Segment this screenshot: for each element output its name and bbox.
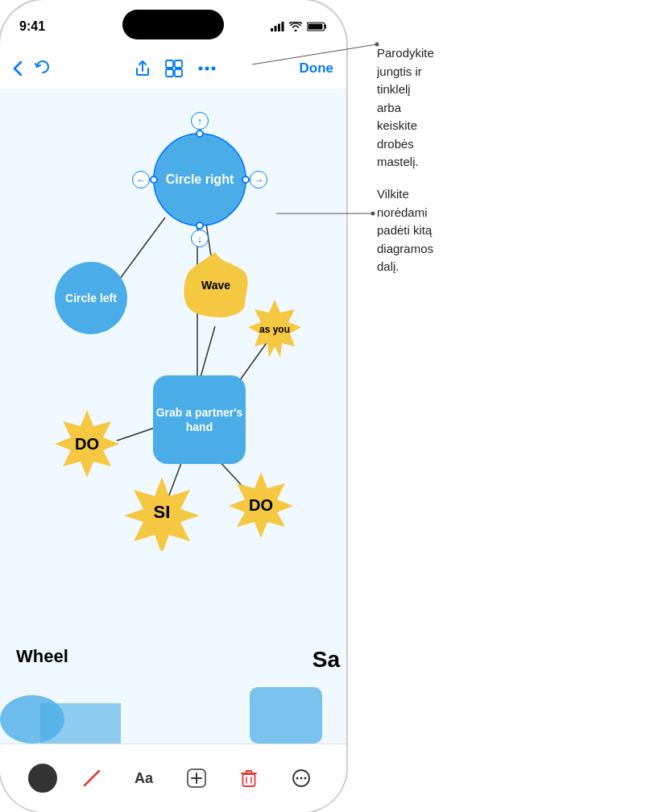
wave-node[interactable]: Wave <box>180 250 251 321</box>
dynamic-island <box>122 10 224 39</box>
svg-rect-1 <box>275 26 277 31</box>
bg-shape-3 <box>250 687 322 744</box>
svg-point-21 <box>296 777 298 780</box>
annotation-text-2: Vilkite norėdami padėti kitą diagramos d… <box>377 185 433 276</box>
circle-tool-button[interactable] <box>28 764 57 793</box>
do1-label: DO <box>75 435 99 454</box>
arrow-handle-right[interactable]: → <box>250 171 267 188</box>
connection-line <box>201 326 215 377</box>
svg-rect-8 <box>166 69 173 77</box>
as-you-label: as you <box>259 324 290 335</box>
arrow-handle-top[interactable]: ↑ <box>191 112 209 130</box>
handle-bottom[interactable] <box>196 222 204 230</box>
chevron-left-icon <box>13 60 23 77</box>
bottom-toolbar: Aa <box>0 744 346 812</box>
more-circle-icon <box>292 768 311 788</box>
circle-right-label: Circle right <box>166 172 234 187</box>
status-icons <box>271 22 327 31</box>
circle-right-node[interactable]: Circle right ↑ → ↓ ← <box>155 135 245 225</box>
slash-icon <box>82 768 101 788</box>
toolbar: Done <box>0 48 346 89</box>
do1-node[interactable]: DO <box>50 407 124 481</box>
handle-left[interactable] <box>150 176 158 184</box>
svg-rect-5 <box>308 24 323 30</box>
as-you-node[interactable]: as you <box>242 296 308 362</box>
text-tool-label: Aa <box>134 770 153 787</box>
more-tool-button[interactable] <box>283 760 319 796</box>
back-button[interactable] <box>13 60 23 77</box>
more-button[interactable] <box>197 65 217 72</box>
svg-rect-17 <box>242 774 255 786</box>
slash-tool-button[interactable] <box>74 760 110 796</box>
svg-point-22 <box>300 777 302 780</box>
handle-top[interactable] <box>196 130 204 138</box>
grab-label: Grab a partner's hand <box>153 405 246 434</box>
bg-shape-2 <box>40 703 121 744</box>
wave-label: Wave <box>201 279 230 292</box>
annotation-text-1: Parodykite jungtis ir tinklelį arba keis… <box>377 44 434 172</box>
handle-right[interactable] <box>242 176 250 184</box>
circle-left-label: Circle left <box>65 292 117 304</box>
svg-rect-2 <box>278 24 280 32</box>
delete-tool-button[interactable] <box>231 760 267 796</box>
svg-rect-0 <box>271 28 273 31</box>
arrow-handle-bottom[interactable]: ↓ <box>191 230 209 247</box>
canvas-area: Circle right ↑ → ↓ ← Circle left Wave <box>0 89 346 744</box>
svg-point-11 <box>205 67 209 71</box>
svg-line-13 <box>85 771 99 785</box>
grab-node[interactable]: Grab a partner's hand <box>153 375 246 464</box>
grid-button[interactable] <box>165 60 183 77</box>
svg-rect-6 <box>166 60 173 68</box>
arrow-handle-left[interactable]: ← <box>132 171 150 188</box>
undo-icon <box>34 60 52 77</box>
done-button[interactable]: Done <box>300 60 334 77</box>
trash-icon <box>240 768 258 788</box>
svg-point-12 <box>211 67 215 71</box>
add-tool-button[interactable] <box>179 760 214 796</box>
status-time: 9:41 <box>19 19 45 34</box>
svg-rect-9 <box>175 69 182 77</box>
sa-text: Sa <box>312 647 340 673</box>
svg-rect-3 <box>282 22 284 31</box>
svg-point-23 <box>304 777 306 780</box>
toolbar-center <box>134 60 217 77</box>
grid-icon <box>165 60 183 77</box>
svg-point-27 <box>371 212 375 216</box>
signal-icon <box>271 22 284 31</box>
add-icon <box>187 768 206 788</box>
svg-rect-7 <box>175 60 182 68</box>
share-icon <box>134 60 151 77</box>
si-node[interactable]: SI <box>122 474 201 551</box>
wheel-text: Wheel <box>16 646 68 667</box>
do2-node[interactable]: DO <box>224 469 298 541</box>
text-tool-button[interactable]: Aa <box>126 760 162 796</box>
svg-point-10 <box>198 67 202 71</box>
toolbar-left <box>13 60 52 77</box>
wifi-icon <box>289 22 302 31</box>
battery-icon <box>307 22 327 31</box>
ellipsis-icon <box>197 65 217 72</box>
phone-frame: 9:41 <box>0 0 346 812</box>
si-label: SI <box>154 502 171 523</box>
undo-button[interactable] <box>34 60 52 77</box>
share-button[interactable] <box>134 60 151 77</box>
do2-label: DO <box>249 496 273 515</box>
circle-left-node[interactable]: Circle left <box>55 262 127 334</box>
